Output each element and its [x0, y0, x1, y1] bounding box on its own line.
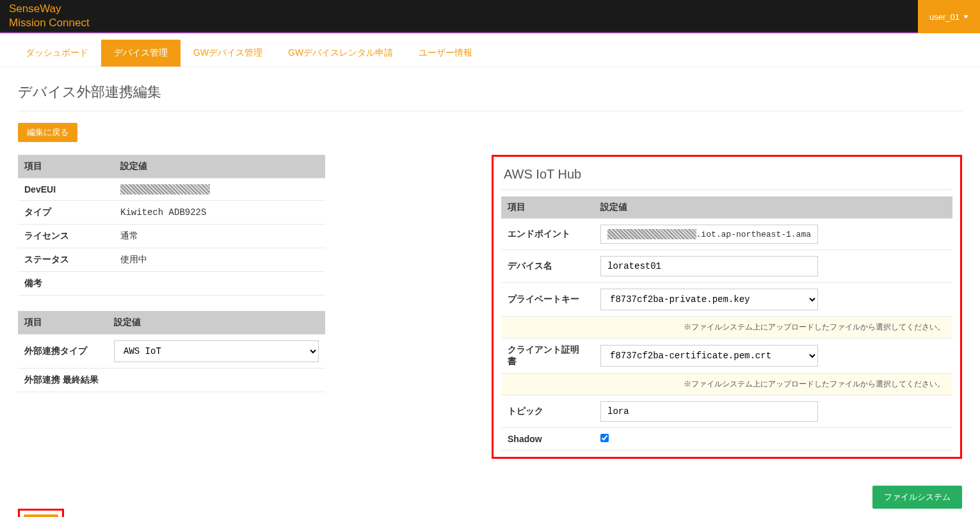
- user-menu-label: user_01: [929, 12, 960, 22]
- client-cert-label: クライアント証明書: [501, 338, 594, 374]
- link-type-select[interactable]: AWS IoT: [114, 340, 319, 362]
- endpoint-label: エンドポイント: [501, 219, 594, 250]
- type-label: タイプ: [18, 201, 114, 225]
- private-key-label: プライベートキー: [501, 283, 594, 317]
- endpoint-input[interactable]: .iot.ap-northeast-1.ama: [600, 225, 818, 244]
- status-value: 使用中: [114, 248, 325, 272]
- tab-gw-device-management[interactable]: GWデバイス管理: [181, 40, 275, 67]
- page-title: デバイス外部連携編集: [0, 67, 980, 111]
- client-cert-note: ※ファイルシステム上にアップロードしたファイルから選択してください。: [501, 374, 952, 395]
- aws-settings-table: 項目 設定値 エンドポイント .iot.ap-northeast-1.ama: [501, 196, 952, 450]
- filesystem-button[interactable]: ファイルシステム: [872, 486, 962, 509]
- device-name-input[interactable]: [600, 256, 818, 276]
- brand-line2: Mission Connect: [9, 16, 90, 30]
- client-cert-select[interactable]: f8737cf2ba-certificate.pem.crt: [600, 345, 818, 367]
- col-header-value: 設定値: [108, 311, 325, 335]
- link-type-label: 外部連携タイプ: [18, 335, 108, 369]
- aws-iot-hub-panel: AWS IoT Hub 項目 設定値 エンドポイント: [492, 155, 962, 459]
- status-label: ステータス: [18, 248, 114, 272]
- link-result-value: [108, 369, 325, 392]
- topic-input[interactable]: [600, 401, 818, 422]
- col-header-item: 項目: [501, 196, 594, 219]
- topic-label: トピック: [501, 395, 594, 428]
- header-bar: SenseWay Mission Connect user_01: [0, 0, 980, 33]
- external-link-table: 項目 設定値 外部連携タイプ AWS IoT 外部連携 最終: [18, 311, 325, 392]
- link-result-label: 外部連携 最終結果: [18, 369, 108, 392]
- device-info-table: 項目 設定値 DevEUI タイプ Kiwitech ADB922S ライセンス: [18, 155, 325, 296]
- redacted-endpoint-prefix: [607, 229, 696, 239]
- shadow-label: Shadow: [501, 428, 594, 450]
- deveui-label: DevEUI: [18, 179, 114, 201]
- notes-label: 備考: [18, 272, 114, 296]
- col-header-item: 項目: [18, 155, 114, 179]
- license-value: 通常: [114, 225, 325, 248]
- brand-logo: SenseWay Mission Connect: [9, 2, 90, 30]
- panel-title: AWS IoT Hub: [501, 163, 952, 189]
- redacted-deveui: [120, 184, 210, 195]
- link-type-cell: AWS IoT: [108, 335, 325, 369]
- tab-user-info[interactable]: ユーザー情報: [406, 40, 485, 67]
- col-header-value: 設定値: [114, 155, 325, 179]
- tab-dashboard[interactable]: ダッシュボード: [13, 40, 101, 67]
- shadow-checkbox[interactable]: [600, 434, 609, 442]
- nav-tabs: ダッシュボード デバイス管理 GWデバイス管理 GWデバイスレンタル申請 ユーザ…: [0, 33, 980, 67]
- deveui-value: [114, 179, 325, 201]
- tab-gw-device-rental[interactable]: GWデバイスレンタル申請: [275, 40, 406, 67]
- private-key-select[interactable]: f8737cf2ba-private.pem.key: [600, 289, 818, 310]
- update-highlight-box: 更新: [18, 509, 64, 517]
- license-label: ライセンス: [18, 225, 114, 248]
- notes-value: [114, 272, 325, 296]
- col-header-item: 項目: [18, 311, 108, 335]
- device-name-label: デバイス名: [501, 250, 594, 283]
- endpoint-cell: .iot.ap-northeast-1.ama: [594, 219, 952, 250]
- back-to-edit-button[interactable]: 編集に戻る: [18, 123, 77, 142]
- tab-device-management[interactable]: デバイス管理: [101, 40, 181, 67]
- endpoint-suffix: .iot.ap-northeast-1.ama: [696, 230, 811, 239]
- col-header-value: 設定値: [594, 196, 952, 219]
- user-menu[interactable]: user_01: [918, 0, 980, 33]
- brand-line1: SenseWay: [9, 2, 90, 16]
- type-value: Kiwitech ADB922S: [114, 201, 325, 225]
- private-key-note: ※ファイルシステム上にアップロードしたファイルから選択してください。: [501, 317, 952, 338]
- update-button[interactable]: 更新: [24, 514, 58, 517]
